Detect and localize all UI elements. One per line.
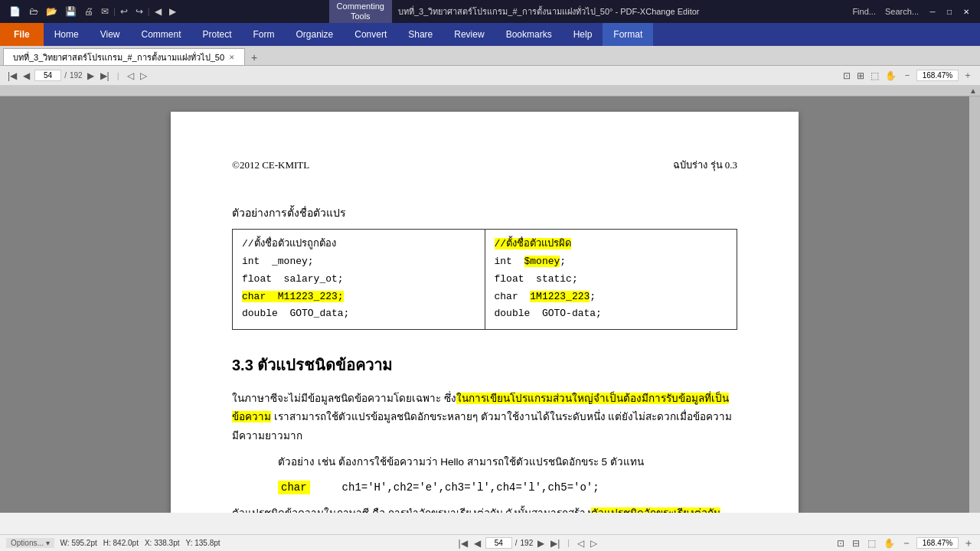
hand-icon[interactable]: ✋: [882, 538, 897, 549]
tab-close-btn[interactable]: ✕: [229, 54, 235, 61]
fit-page-btn[interactable]: ⊡: [841, 70, 852, 81]
status-back-nav[interactable]: ◁: [576, 538, 586, 549]
paragraph-2: ตัวอย่าง เช่น ต้องการใช้ข้อความว่า Hello…: [278, 453, 737, 471]
select-icon[interactable]: ⬚: [866, 538, 877, 549]
maximize-btn[interactable]: □: [942, 4, 957, 19]
home-menu[interactable]: Home: [44, 23, 90, 46]
paragraph-1: ในภาษาซีจะไม่มีข้อมูลชนิดข้อความโดยเฉพาะ…: [232, 390, 737, 445]
code-line-2: float salary_ot;: [242, 271, 475, 289]
open-btn[interactable]: 📂: [43, 5, 60, 18]
zoom-out-btn[interactable]: －: [901, 69, 913, 82]
code-line-r4: double GOTO-data;: [495, 305, 728, 323]
main-area: ©2012 CE-KMITL ฉบับร่าง รุ่น 0.3 ตัวอย่า…: [0, 96, 980, 513]
code-line-4: double GOTO_data;: [242, 305, 475, 323]
code-table: //ตั้งชื่อตัวแปรถูกต้อง int _money; floa…: [232, 229, 737, 330]
code-line-r3: char 1M1223_223;: [495, 289, 728, 306]
window-title: บทที่_3_วิทยาศาสตร์โปรแกรม_#_การตั้งนามแ…: [398, 5, 700, 18]
view-menu[interactable]: View: [90, 23, 131, 46]
status-bar: Options... ▾ W: 595.2pt H: 842.0pt X: 33…: [0, 534, 980, 551]
mail-btn[interactable]: ✉: [98, 5, 112, 18]
help-btn[interactable]: Find...: [849, 5, 879, 18]
review-menu[interactable]: Review: [443, 23, 495, 46]
section-heading: 3.3 ตัวแปรชนิดข้อความ: [232, 353, 737, 377]
add-tab-btn[interactable]: +: [245, 50, 263, 65]
hand-btn[interactable]: ✋: [884, 70, 898, 81]
status-prev-page[interactable]: ◀: [472, 538, 482, 549]
status-right: ⊡ ⊟ ⬚ ✋ － ＋: [835, 536, 974, 550]
minimize-btn[interactable]: ─: [925, 4, 940, 19]
undo-btn[interactable]: ↩: [117, 5, 131, 18]
status-next-page[interactable]: ▶: [536, 538, 546, 549]
main-tab[interactable]: บทที่_3_วิทยาศาสตร์โปรแกรม_#_การตั้งนามแ…: [3, 48, 245, 65]
search-btn[interactable]: Search...: [882, 5, 922, 18]
window-controls: ─ □ ✕: [925, 4, 974, 19]
convert-menu[interactable]: Convert: [344, 23, 397, 46]
next-page-btn[interactable]: ▶: [86, 70, 96, 81]
redo-btn[interactable]: ↪: [132, 5, 146, 18]
status-center: |◀ ◀ / 192 ▶ ▶| | ◁ ▷: [457, 537, 599, 549]
next-nav-btn[interactable]: ▷: [139, 70, 149, 81]
zoom-status-input[interactable]: [916, 537, 959, 549]
height-display: H: 842.0pt: [103, 539, 139, 547]
code-line-r1: int $money;: [495, 253, 728, 271]
zoom-in-status[interactable]: ＋: [963, 536, 974, 550]
code-line-r2: float static;: [495, 271, 728, 289]
zoom-in-btn[interactable]: ＋: [962, 69, 974, 82]
options-btn[interactable]: Options... ▾: [6, 538, 54, 548]
tab-label: บทที่_3_วิทยาศาสตร์โปรแกรม_#_การตั้งนามแ…: [13, 51, 224, 64]
pdf-viewer[interactable]: ©2012 CE-KMITL ฉบับร่าง รุ่น 0.3 ตัวอย่า…: [0, 96, 969, 513]
bookmarks-menu[interactable]: Bookmarks: [495, 23, 563, 46]
fit-width-btn[interactable]: ⊞: [855, 70, 866, 81]
page-separator: /: [64, 71, 67, 80]
prev-nav-btn[interactable]: ◁: [126, 70, 136, 81]
pdf-page: ©2012 CE-KMITL ฉบับร่าง รุ่น 0.3 ตัวอย่า…: [171, 112, 799, 513]
status-first-page[interactable]: |◀: [457, 538, 469, 549]
title-bar-center: Commenting Tools บทที่_3_วิทยาศาสตร์โปรแ…: [329, 0, 700, 23]
status-last-page[interactable]: ▶|: [549, 538, 561, 549]
form-menu[interactable]: Form: [243, 23, 286, 46]
quick-access-toolbar: 🗁 📂 💾 🖨 ✉ | ↩ ↪ | ◀ ▶: [26, 5, 179, 18]
right-scrollbar[interactable]: [969, 96, 980, 513]
width-display: W: 595.2pt: [60, 539, 97, 547]
table-left-header: //ตั้งชื่อตัวแปรถูกต้อง: [242, 236, 475, 253]
prev-page-btn[interactable]: ◀: [21, 70, 31, 81]
print-btn[interactable]: 🖨: [81, 5, 96, 18]
code-line-1: int _money;: [242, 253, 475, 271]
zoom-out-status[interactable]: －: [901, 536, 912, 550]
help-menu[interactable]: Help: [563, 23, 603, 46]
commenting-tools-line2: Tools: [351, 11, 371, 21]
collapse-bar: ▲: [0, 86, 980, 96]
collapse-btn[interactable]: ▲: [969, 86, 977, 95]
share-menu[interactable]: Share: [397, 23, 443, 46]
organize-menu[interactable]: Organize: [286, 23, 345, 46]
last-page-btn[interactable]: ▶|: [99, 70, 111, 81]
menu-bar: File Home View Comment Protect Form Orga…: [0, 23, 980, 46]
status-left: Options... ▾ W: 595.2pt H: 842.0pt X: 33…: [6, 538, 220, 548]
x-display: X: 338.3pt: [145, 539, 180, 547]
version: ฉบับร่าง รุ่น 0.3: [673, 158, 737, 174]
forward-btn[interactable]: ▶: [166, 5, 179, 18]
save-btn[interactable]: 💾: [62, 5, 80, 18]
status-forward-nav[interactable]: ▷: [589, 538, 599, 549]
page-number-input[interactable]: [34, 70, 61, 81]
fit-icon[interactable]: ⊡: [835, 538, 846, 549]
file-menu[interactable]: File: [0, 23, 44, 46]
close-btn[interactable]: ✕: [959, 4, 974, 19]
first-page-btn[interactable]: |◀: [6, 70, 18, 81]
title-bar-left: 📄 🗁 📂 💾 🖨 ✉ | ↩ ↪ | ◀ ▶: [6, 3, 179, 20]
code-line-3: char M11223_223;: [242, 289, 475, 306]
comment-menu[interactable]: Comment: [130, 23, 191, 46]
format-menu[interactable]: Format: [603, 23, 653, 46]
width-icon[interactable]: ⊟: [851, 538, 861, 549]
zoom-input[interactable]: [916, 70, 959, 81]
copyright: ©2012 CE-KMITL: [232, 158, 309, 174]
y-display: Y: 135.8pt: [186, 539, 220, 547]
protect-menu[interactable]: Protect: [192, 23, 243, 46]
status-total-pages: 192: [521, 539, 534, 547]
select-btn[interactable]: ⬚: [869, 70, 880, 81]
new-btn[interactable]: 🗁: [26, 5, 41, 18]
paragraph-3: ตัวแปรชนิดข้อความในภาษาซี คือ การนำอักขร…: [232, 504, 737, 513]
status-page-input[interactable]: [485, 537, 512, 549]
back-btn[interactable]: ◀: [152, 5, 165, 18]
commenting-tools-button[interactable]: Commenting Tools: [329, 0, 392, 23]
